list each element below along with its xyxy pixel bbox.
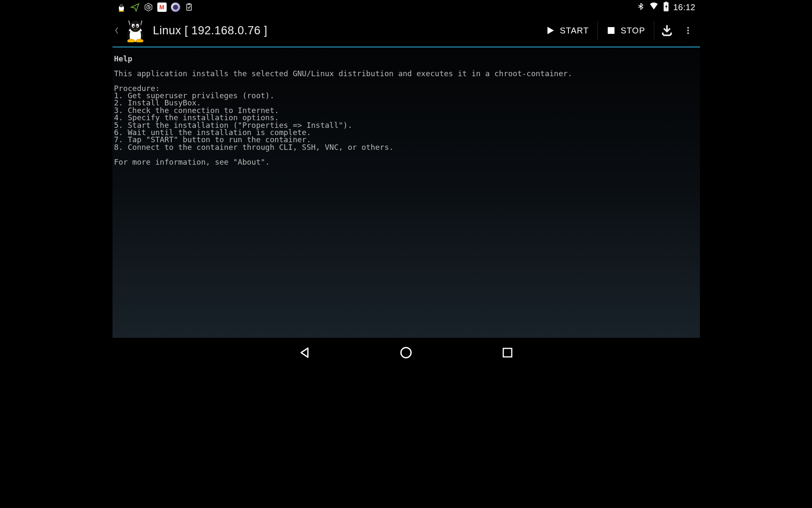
svg-rect-25 <box>687 30 689 31</box>
svg-point-6 <box>118 11 121 12</box>
app-title: Linux [ 192.168.0.76 ] <box>153 24 268 37</box>
start-button-label: START <box>560 26 589 36</box>
status-bar[interactable]: M <box>112 0 700 14</box>
status-clock: 16:12 <box>673 3 696 12</box>
svg-point-5 <box>122 5 122 6</box>
nav-recent-button[interactable] <box>499 344 516 361</box>
svg-point-21 <box>127 39 134 42</box>
svg-point-20 <box>136 25 137 27</box>
stop-icon <box>606 25 616 36</box>
app-bar: Linux [ 192.168.0.76 ] START STOP <box>112 14 700 47</box>
clipboard-notification-icon <box>184 3 194 12</box>
navigation-bar <box>112 338 700 367</box>
svg-rect-11 <box>188 3 190 5</box>
svg-rect-24 <box>687 27 689 29</box>
svg-point-19 <box>133 25 134 27</box>
update-notification-icon <box>144 3 153 12</box>
nav-home-icon <box>399 346 413 359</box>
help-footer: For more information, see "About". <box>114 157 270 166</box>
linux-deploy-notification-icon <box>117 3 126 12</box>
nav-home-button[interactable] <box>398 344 414 361</box>
battery-charging-icon <box>663 1 669 13</box>
app-logo-tux-icon[interactable] <box>123 18 148 43</box>
svg-rect-13 <box>665 2 667 3</box>
gmail-notification-icon: M <box>157 3 167 12</box>
nav-back-button[interactable] <box>296 344 313 361</box>
svg-point-22 <box>136 39 143 42</box>
back-button[interactable] <box>112 14 122 47</box>
svg-rect-10 <box>187 4 191 11</box>
overflow-menu-button[interactable] <box>680 19 697 42</box>
app-notification-icon <box>171 3 180 12</box>
svg-rect-23 <box>608 27 614 34</box>
download-button[interactable] <box>654 19 680 42</box>
help-intro: This application installs the selected G… <box>114 69 573 78</box>
procedure-step: 8. Connect to the container through CLI,… <box>114 143 394 152</box>
svg-point-7 <box>121 11 124 12</box>
stop-button[interactable]: STOP <box>598 19 653 42</box>
svg-point-4 <box>120 5 121 6</box>
svg-rect-26 <box>687 33 689 34</box>
svg-point-16 <box>129 20 141 32</box>
send-notification-icon <box>130 3 140 12</box>
svg-point-27 <box>401 348 411 358</box>
nav-recent-icon <box>501 346 514 359</box>
start-button[interactable]: START <box>536 19 598 42</box>
terminal-output[interactable]: Help This application installs the selec… <box>112 47 700 338</box>
more-vert-icon <box>683 24 693 37</box>
download-icon <box>661 24 673 37</box>
play-icon <box>545 25 556 36</box>
svg-rect-28 <box>503 348 512 357</box>
bluetooth-icon <box>637 2 645 13</box>
stop-button-label: STOP <box>620 26 645 36</box>
help-heading: Help <box>114 54 132 63</box>
wifi-icon <box>649 2 659 13</box>
nav-back-icon <box>298 346 311 359</box>
